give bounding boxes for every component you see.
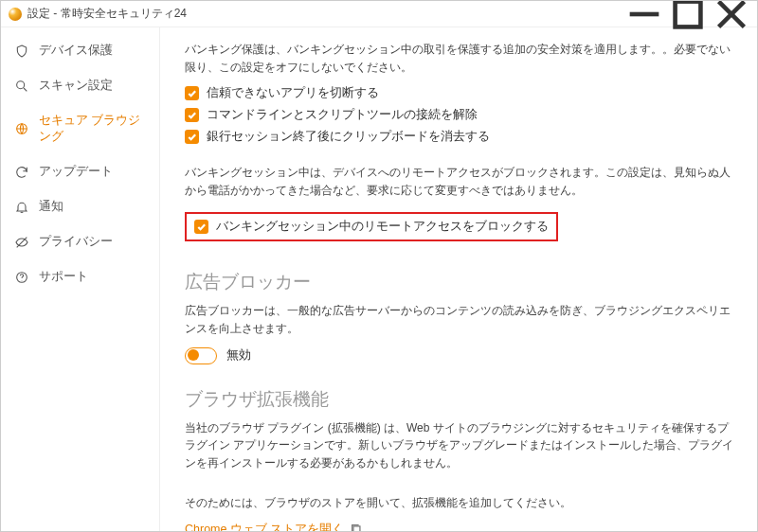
- extensions-desc2: そのためには、ブラウザのストアを開いて、拡張機能を追加してください。: [185, 494, 736, 512]
- help-icon: [14, 270, 29, 285]
- bell-icon: [14, 200, 29, 215]
- svg-rect-1: [676, 1, 701, 27]
- window-title: 設定 - 常時安全セキュリティ24: [27, 6, 623, 22]
- adblock-toggle-label: 無効: [226, 347, 251, 364]
- banking-description: バンキング保護は、バンキングセッション中の取引を保護する追加の安全対策を適用しま…: [185, 41, 736, 76]
- maximize-button[interactable]: [666, 1, 710, 27]
- checkbox-icon: [194, 220, 208, 234]
- app-icon: [9, 8, 22, 21]
- checkbox-block-remote-access-highlighted[interactable]: バンキングセッション中のリモートアクセスをブロックする: [185, 212, 558, 241]
- svg-rect-10: [353, 526, 360, 531]
- sidebar-item-privacy[interactable]: プライバシー: [1, 224, 159, 259]
- svg-point-4: [17, 80, 25, 88]
- chrome-store-link[interactable]: Chrome ウェブ ストアを開く: [185, 522, 344, 531]
- globe-icon: [14, 121, 29, 136]
- search-icon: [14, 79, 29, 94]
- checkbox-clear-clipboard[interactable]: 銀行セッション終了後にクリップボードを消去する: [185, 129, 736, 145]
- svg-point-9: [22, 279, 23, 280]
- adblock-description: 広告ブロッカーは、一般的な広告サーバーからのコンテンツの読み込みを防ぎ、ブラウジ…: [185, 302, 736, 337]
- adblock-title: 広告ブロッカー: [185, 270, 736, 294]
- remote-access-description: バンキングセッション中は、デバイスへのリモートアクセスがブロックされます。この設…: [185, 164, 736, 199]
- checkbox-disconnect-untrusted[interactable]: 信頼できないアプリを切断する: [185, 85, 736, 101]
- sidebar-item-label: セキュア ブラウジング: [39, 113, 148, 145]
- sidebar-item-support[interactable]: サポート: [1, 259, 159, 294]
- shield-icon: [14, 44, 29, 59]
- sidebar-item-label: サポート: [39, 269, 88, 285]
- svg-line-5: [24, 88, 27, 91]
- sidebar: デバイス保護 スキャン設定 セキュア ブラウジング アップデート 通知 プライバ…: [1, 27, 160, 531]
- refresh-icon: [14, 165, 29, 180]
- sidebar-item-label: スキャン設定: [39, 78, 113, 94]
- checkbox-disconnect-cli[interactable]: コマンドラインとスクリプトツールの接続を解除: [185, 107, 736, 123]
- link-row-chrome: Chrome ウェブ ストアを開く: [185, 522, 736, 531]
- external-link-icon: [350, 523, 363, 531]
- titlebar: 設定 - 常時安全セキュリティ24: [1, 1, 757, 27]
- close-button[interactable]: [710, 1, 753, 27]
- sidebar-item-device-protection[interactable]: デバイス保護: [1, 33, 159, 68]
- eye-off-icon: [14, 235, 29, 250]
- adblock-toggle-row: 無効: [185, 347, 736, 364]
- sidebar-item-label: デバイス保護: [39, 43, 113, 59]
- checkbox-label: コマンドラインとスクリプトツールの接続を解除: [207, 107, 478, 123]
- window-controls: [623, 1, 753, 27]
- main-content: バンキング保護は、バンキングセッション中の取引を保護する追加の安全対策を適用しま…: [160, 27, 757, 531]
- checkbox-icon: [185, 130, 199, 144]
- sidebar-item-update[interactable]: アップデート: [1, 154, 159, 189]
- sidebar-item-label: プライバシー: [39, 234, 113, 250]
- checkbox-icon: [185, 86, 199, 100]
- sidebar-item-label: 通知: [39, 199, 63, 215]
- sidebar-item-label: アップデート: [39, 164, 113, 180]
- checkbox-icon: [185, 108, 199, 122]
- extensions-title: ブラウザ拡張機能: [185, 387, 736, 412]
- extensions-desc1: 当社のブラウザ プラグイン (拡張機能) は、Web サイトのブラウジングに対す…: [185, 419, 736, 472]
- checkbox-label: 銀行セッション終了後にクリップボードを消去する: [207, 129, 490, 145]
- checkbox-label: 信頼できないアプリを切断する: [207, 85, 379, 101]
- sidebar-item-secure-browsing[interactable]: セキュア ブラウジング: [1, 103, 159, 154]
- checkbox-label: バンキングセッション中のリモートアクセスをブロックする: [216, 219, 549, 235]
- minimize-button[interactable]: [623, 1, 666, 27]
- sidebar-item-notifications[interactable]: 通知: [1, 189, 159, 224]
- sidebar-item-scan-settings[interactable]: スキャン設定: [1, 68, 159, 103]
- adblock-toggle[interactable]: [185, 347, 217, 364]
